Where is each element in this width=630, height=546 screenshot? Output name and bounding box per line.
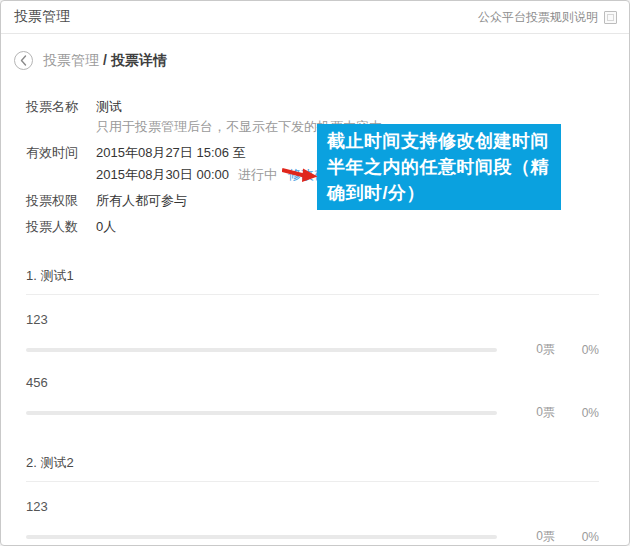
option-percent: 0% [555,406,599,420]
progress-bar [26,348,497,352]
question-title: 2. 测试2 [26,454,599,482]
vote-rules-link[interactable]: 公众平台投票规则说明 [478,9,617,26]
question-block: 1. 测试1 123 0票 0% 456 0票 0% [26,267,599,421]
valid-time-end: 2015年08月30日 00:00 [96,167,229,182]
vote-name-label: 投票名称 [1,97,96,137]
option-percent: 0% [555,530,599,544]
form-row-voters: 投票人数 0人 [1,217,629,237]
chevron-left-icon [20,55,27,66]
vote-permission-value: 所有人都可参与 [96,191,187,211]
back-button[interactable] [14,51,33,70]
breadcrumb: 投票管理/投票详情 [14,51,629,70]
progress-bar [26,535,497,539]
option-votes: 0票 [497,404,555,421]
option-percent: 0% [555,343,599,357]
voter-count-value: 0人 [96,217,116,237]
breadcrumb-separator: / [103,52,107,68]
vote-permission-label: 投票权限 [1,191,96,211]
question-title: 1. 测试1 [26,267,599,295]
vote-status: 进行中 [238,167,277,182]
page-title: 投票管理 [14,8,70,26]
deadline-tooltip: 截止时间支持修改创建时间半年之内的任意时间段（精确到时/分） [317,124,561,210]
option-votes: 0票 [497,341,555,358]
option-name: 456 [26,375,599,390]
red-arrow-icon [282,166,318,183]
vote-rules-link-label: 公众平台投票规则说明 [478,9,598,26]
option-item: 123 0票 0% [26,499,599,545]
question-block: 2. 测试2 123 0票 0% 456 0票 0% [26,454,599,546]
vote-detail-page: 投票管理 公众平台投票规则说明 投票管理/投票详情 投票名称 测试 只用于投票管… [0,0,630,546]
option-votes: 0票 [497,528,555,545]
progress-bar [26,411,497,415]
page-header: 投票管理 公众平台投票规则说明 [1,1,629,34]
option-item: 123 0票 0% [26,312,599,358]
valid-time-label: 有效时间 [1,143,96,185]
option-name: 123 [26,499,599,514]
vote-questions: 1. 测试1 123 0票 0% 456 0票 0% 2. 测试2 [26,267,599,546]
vote-name-value: 测试 [96,97,382,117]
option-name: 123 [26,312,599,327]
option-item: 456 0票 0% [26,375,599,421]
breadcrumb-current: 投票详情 [111,52,167,68]
external-doc-icon [604,11,617,24]
voter-count-label: 投票人数 [1,217,96,237]
breadcrumb-parent-link[interactable]: 投票管理 [43,52,99,68]
